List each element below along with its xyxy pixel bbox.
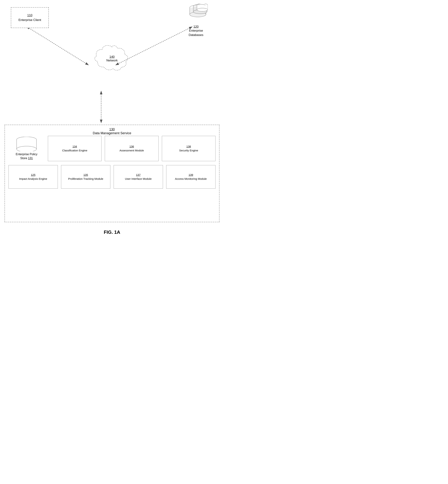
classification-engine-box: 134 Classification Engine [48, 136, 102, 161]
user-interface-label: User Interface Module [125, 177, 152, 181]
impact-analysis-box: 125 Impact Analysis Engine [8, 165, 58, 189]
security-engine-label: Security Engine [179, 149, 198, 152]
proliferation-tracking-label: Proliferation Tracking Module [68, 177, 103, 181]
access-monitoring-label: Access Monitoring Module [175, 177, 207, 181]
impact-analysis-label: Impact Analysis Engine [19, 177, 47, 181]
enterprise-db-label: EnterpriseDatabases [184, 29, 208, 37]
user-interface-box: 137 User Interface Module [114, 165, 163, 189]
dms-label: Data Management Service [93, 131, 131, 135]
proliferation-tracking-box: 135 Proliferation Tracking Module [61, 165, 110, 189]
policy-store-container: Enterprise PolicyStore 131 [8, 136, 45, 161]
proliferation-tracking-number: 135 [83, 173, 88, 176]
security-engine-box: 138 Security Engine [162, 136, 216, 161]
enterprise-client-number: 110 [27, 14, 32, 17]
access-monitoring-box: 139 Access Monitoring Module [166, 165, 216, 189]
dms-outer-box: 130 Data Management Service Enterprise P… [5, 125, 219, 222]
db-cylinders-svg [184, 4, 208, 24]
assessment-module-label: Assessment Module [120, 149, 144, 152]
network-label: Network [106, 59, 118, 62]
access-monitoring-number: 139 [189, 173, 193, 176]
policy-store-number: 131 [28, 157, 33, 160]
dms-number: 130 [93, 128, 131, 131]
svg-point-19 [197, 8, 208, 11]
user-interface-number: 137 [136, 173, 141, 176]
classification-engine-label: Classification Engine [62, 149, 87, 152]
figure-label: FIG. 1A [0, 229, 224, 235]
assessment-module-number: 136 [129, 145, 134, 148]
enterprise-client-box: 110 Enterprise Client [11, 7, 49, 28]
assessment-module-box: 136 Assessment Module [105, 136, 159, 161]
network-number: 140 [106, 55, 118, 59]
diagram-container: 110 Enterprise Client 120 En [0, 0, 224, 228]
impact-analysis-number: 125 [31, 173, 35, 176]
enterprise-client-label: Enterprise Client [18, 18, 41, 22]
security-engine-number: 138 [186, 145, 191, 148]
enterprise-db-number: 120 [184, 25, 208, 29]
enterprise-db-container: 120 EnterpriseDatabases [184, 4, 208, 37]
policy-store-cylinder-svg [16, 137, 37, 151]
svg-line-2 [29, 28, 88, 65]
policy-store-label: Enterprise PolicyStore [16, 153, 37, 160]
svg-point-24 [17, 146, 37, 151]
classification-engine-number: 134 [72, 145, 77, 148]
network-cloud-container: 140 Network [92, 43, 132, 75]
